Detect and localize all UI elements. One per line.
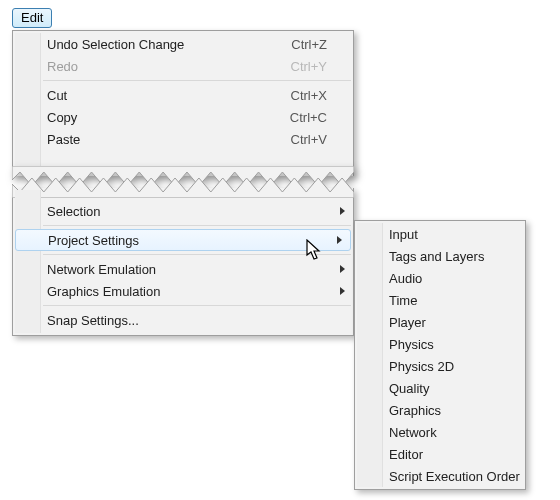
menu-item-shortcut: Ctrl+X <box>291 88 327 103</box>
menu-item-label: Snap Settings... <box>47 313 327 328</box>
menu-item-label: Graphics Emulation <box>47 284 327 299</box>
edit-menu-lower-fragment: Selection Project Settings Network Emula… <box>12 188 354 336</box>
menu-item-shortcut: Ctrl+C <box>290 110 327 125</box>
menu-separator <box>43 254 351 255</box>
menu-item-cut[interactable]: Cut Ctrl+X <box>13 84 353 106</box>
submenu-item-graphics[interactable]: Graphics <box>355 399 525 421</box>
menu-item-label: Script Execution Order <box>389 469 520 484</box>
chevron-right-icon <box>337 236 342 244</box>
edit-menu-top-fragment: Undo Selection Change Ctrl+Z Redo Ctrl+Y… <box>12 30 354 176</box>
chevron-right-icon <box>340 207 345 215</box>
menu-item-copy[interactable]: Copy Ctrl+C <box>13 106 353 128</box>
submenu-item-time[interactable]: Time <box>355 289 525 311</box>
menu-item-network-emulation[interactable]: Network Emulation <box>13 258 353 280</box>
edit-menu-button[interactable]: Edit <box>12 8 52 28</box>
menu-item-label: Project Settings <box>48 233 326 248</box>
project-settings-submenu: Input Tags and Layers Audio Time Player … <box>354 220 526 490</box>
menu-item-label: Network <box>389 425 511 440</box>
menu-item-shortcut: Ctrl+Z <box>291 37 327 52</box>
submenu-item-input[interactable]: Input <box>355 223 525 245</box>
submenu-item-editor[interactable]: Editor <box>355 443 525 465</box>
menu-item-label: Player <box>389 315 511 330</box>
menu-item-shortcut: Ctrl+V <box>291 132 327 147</box>
menu-item-snap-settings[interactable]: Snap Settings... <box>13 309 353 331</box>
submenu-item-physics[interactable]: Physics <box>355 333 525 355</box>
menu-item-selection[interactable]: Selection <box>13 200 353 222</box>
menu-item-paste[interactable]: Paste Ctrl+V <box>13 128 353 150</box>
submenu-item-quality[interactable]: Quality <box>355 377 525 399</box>
menu-item-label: Input <box>389 227 511 242</box>
menu-item-label: Quality <box>389 381 511 396</box>
menu-item-label: Redo <box>47 59 255 74</box>
submenu-item-network[interactable]: Network <box>355 421 525 443</box>
menu-item-label: Physics 2D <box>389 359 511 374</box>
chevron-right-icon <box>340 287 345 295</box>
menu-item-label: Copy <box>47 110 254 125</box>
submenu-item-player[interactable]: Player <box>355 311 525 333</box>
menu-item-label: Network Emulation <box>47 262 327 277</box>
menu-item-label: Physics <box>389 337 511 352</box>
menu-item-label: Time <box>389 293 511 308</box>
menu-item-label: Selection <box>47 204 327 219</box>
menu-item-project-settings[interactable]: Project Settings <box>15 229 351 251</box>
menu-item-shortcut: Ctrl+Y <box>291 59 327 74</box>
menu-item-label: Undo Selection Change <box>47 37 255 52</box>
menu-separator <box>43 80 351 81</box>
chevron-right-icon <box>340 265 345 273</box>
menu-item-label: Paste <box>47 132 255 147</box>
menu-item-redo: Redo Ctrl+Y <box>13 55 353 77</box>
menu-item-label: Audio <box>389 271 511 286</box>
menu-item-label: Tags and Layers <box>389 249 511 264</box>
submenu-item-tags-and-layers[interactable]: Tags and Layers <box>355 245 525 267</box>
menu-item-label: Cut <box>47 88 255 103</box>
menu-separator <box>43 225 351 226</box>
menu-item-graphics-emulation[interactable]: Graphics Emulation <box>13 280 353 302</box>
menu-item-label: Graphics <box>389 403 511 418</box>
menu-item-undo[interactable]: Undo Selection Change Ctrl+Z <box>13 33 353 55</box>
torn-edge-bottom <box>12 166 354 190</box>
submenu-item-script-execution-order[interactable]: Script Execution Order <box>355 465 525 487</box>
submenu-item-audio[interactable]: Audio <box>355 267 525 289</box>
menu-item-label: Editor <box>389 447 511 462</box>
menu-separator <box>43 305 351 306</box>
submenu-item-physics-2d[interactable]: Physics 2D <box>355 355 525 377</box>
